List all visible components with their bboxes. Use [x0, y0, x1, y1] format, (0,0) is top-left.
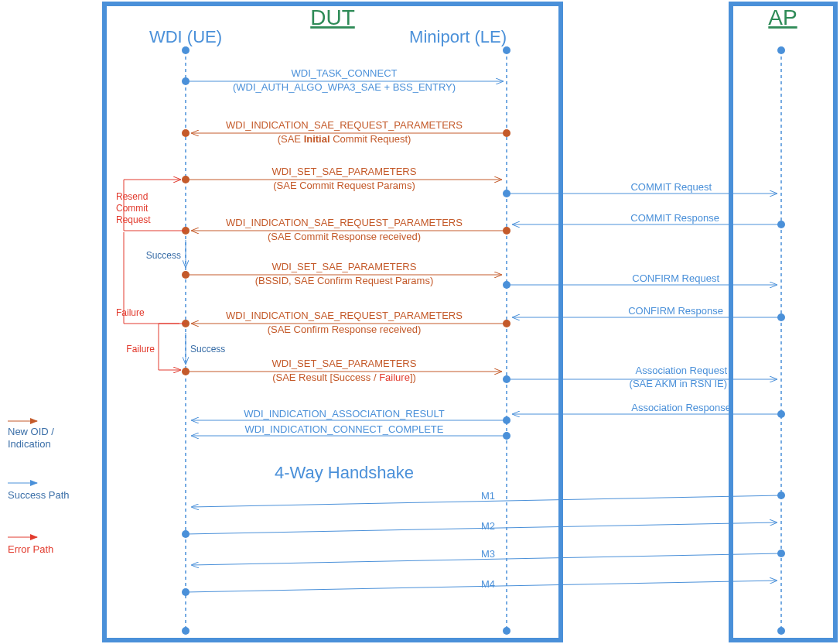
- msg-set3b: (SAE Result [Success / Failure]): [272, 372, 416, 383]
- svg-point-7: [503, 129, 510, 137]
- dut-box: [104, 4, 561, 640]
- txt-failure2: Failure: [126, 344, 155, 355]
- resend-l3: Request: [116, 214, 151, 225]
- svg-point-25: [503, 432, 510, 440]
- svg-point-9: [182, 176, 190, 183]
- txt-failure1: Failure: [116, 307, 145, 318]
- msg-ind2b: (SAE Commit Response received): [268, 231, 421, 242]
- txt-confirm-resp: CONFIRM Response: [628, 305, 723, 317]
- dut-title: DUT: [310, 5, 355, 29]
- svg-point-27: [182, 530, 190, 538]
- miniport-lane: Miniport (LE): [409, 27, 507, 46]
- legend-new2: Indication: [8, 438, 51, 450]
- ap-title: AP: [768, 5, 797, 29]
- txt-m1: M1: [481, 490, 495, 502]
- svg-point-6: [182, 77, 190, 85]
- svg-point-8: [182, 129, 190, 137]
- txt-m4: M4: [481, 578, 495, 590]
- svg-point-22: [503, 375, 510, 383]
- wdi-lane: WDI (UE): [149, 27, 222, 46]
- msg-ind3: WDI_INDICATION_SAE_REQUEST_PARAMETERS: [226, 310, 463, 321]
- svg-point-2: [777, 46, 785, 54]
- txt-m2: M2: [481, 520, 495, 532]
- msg-set2: WDI_SET_SAE_PARAMETERS: [272, 261, 417, 272]
- svg-point-17: [777, 313, 785, 321]
- msg-ind1b: (SAE Initial Commit Request): [278, 133, 411, 145]
- sequence-diagram: DUT AP WDI (UE) Miniport (LE) WDI_TASK_C…: [0, 0, 840, 644]
- svg-point-23: [777, 410, 785, 418]
- txt-m3: M3: [481, 548, 495, 560]
- msg-connect-sub: (WDI_AUTH_ALGO_WPA3_SAE + BSS_ENTRY): [233, 81, 456, 93]
- svg-point-28: [777, 550, 785, 557]
- svg-point-21: [182, 368, 190, 375]
- svg-point-24: [503, 416, 510, 424]
- svg-point-16: [503, 281, 510, 289]
- svg-point-4: [503, 627, 510, 635]
- resend-l2: Commit: [116, 203, 149, 214]
- msg-ind3b: (SAE Confirm Response received): [268, 324, 422, 335]
- txt-assoc-req: Association Request: [635, 365, 727, 376]
- handshake-title: 4-Way Handshake: [275, 463, 414, 482]
- msg-connect: WDI_TASK_CONNECT: [292, 67, 398, 79]
- svg-point-29: [182, 588, 190, 596]
- txt-commit-req: COMMIT Request: [630, 181, 712, 193]
- txt-success2: Success: [190, 344, 225, 355]
- msg-assoc-result: WDI_INDICATION_ASSOCIATION_RESULT: [244, 408, 444, 420]
- resend-l1: Resend: [116, 191, 148, 202]
- legend-error: Error Path: [8, 543, 53, 555]
- svg-point-26: [777, 492, 785, 499]
- msg-ind1: WDI_INDICATION_SAE_REQUEST_PARAMETERS: [226, 119, 463, 131]
- svg-point-15: [182, 271, 190, 279]
- svg-point-1: [503, 46, 510, 54]
- svg-point-5: [777, 627, 785, 635]
- svg-point-18: [503, 320, 510, 327]
- svg-point-11: [777, 221, 785, 228]
- svg-point-0: [182, 46, 190, 54]
- svg-point-3: [182, 627, 190, 635]
- ap-box: [731, 4, 835, 640]
- txt-commit-resp: COMMIT Response: [630, 212, 719, 224]
- legend-new1: New OID /: [8, 426, 54, 437]
- txt-confirm-req: CONFIRM Request: [632, 272, 719, 284]
- txt-success1: Success: [146, 250, 181, 261]
- legend-success: Success Path: [8, 489, 70, 501]
- svg-point-10: [503, 190, 510, 197]
- msg-set1b: (SAE Commit Request Params): [273, 180, 415, 191]
- svg-point-12: [503, 227, 510, 235]
- msg-ind2: WDI_INDICATION_SAE_REQUEST_PARAMETERS: [226, 217, 463, 228]
- msg-conn-complete: WDI_INDICATION_CONNECT_COMPLETE: [245, 423, 444, 435]
- txt-assoc-resp: Association Response: [631, 402, 731, 413]
- msg-set1: WDI_SET_SAE_PARAMETERS: [272, 166, 417, 177]
- msg-set2b: (BSSID, SAE Confirm Request Params): [255, 275, 433, 286]
- msg-set3: WDI_SET_SAE_PARAMETERS: [272, 358, 417, 369]
- txt-assoc-req2: (SAE AKM in RSN IE): [630, 378, 727, 389]
